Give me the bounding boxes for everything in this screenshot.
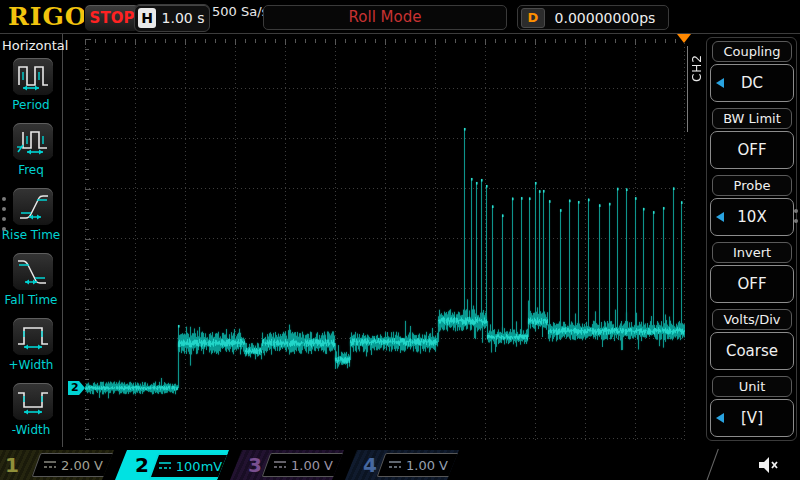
left-page-dot bbox=[2, 197, 6, 201]
horizontal-measure-menu: Horizontal Period bbox=[0, 34, 62, 447]
plus-width-label: +Width bbox=[0, 358, 62, 372]
channel1-scale: 2.00 V bbox=[61, 458, 103, 473]
chann4-scale-box: 1.00 V bbox=[377, 453, 460, 477]
channel2-scale: 100mV bbox=[176, 459, 222, 474]
left-page-dot bbox=[2, 217, 6, 221]
trigger-position-marker[interactable] bbox=[677, 34, 691, 43]
dc-coupling-icon bbox=[388, 460, 402, 470]
probe-label: Probe bbox=[712, 175, 792, 196]
h-badge: H bbox=[138, 8, 156, 28]
probe-value[interactable]: 10X bbox=[710, 198, 794, 236]
run-state-indicator[interactable]: STOP bbox=[84, 4, 140, 32]
horizontal-timebase-box[interactable]: H 1.00 s bbox=[134, 4, 210, 32]
menu-item-invert[interactable]: Invert OFF bbox=[707, 239, 796, 306]
channel-tab-label: CH2 bbox=[690, 54, 704, 82]
menu-item-volts-div[interactable]: Volts/Div Coarse bbox=[707, 306, 796, 373]
left-page-dot bbox=[2, 207, 6, 211]
dc-coupling-icon bbox=[273, 460, 287, 470]
bw-limit-label: BW Limit bbox=[712, 108, 792, 129]
volts-div-label: Volts/Div bbox=[712, 309, 792, 330]
invert-label: Invert bbox=[712, 242, 792, 263]
left-arrow-icon bbox=[716, 78, 724, 88]
menu-item-freq[interactable]: Freq bbox=[0, 123, 62, 183]
freq-button[interactable] bbox=[13, 123, 53, 160]
menu-item-plus-width[interactable]: +Width bbox=[0, 318, 62, 378]
channel1-number: 1 bbox=[5, 451, 19, 479]
rise-time-button[interactable] bbox=[13, 188, 53, 225]
menu-item-rise-time[interactable]: Rise Time bbox=[0, 188, 62, 248]
channel2-number: 2 bbox=[135, 451, 149, 479]
channel3-number: 3 bbox=[248, 451, 262, 479]
invert-value[interactable]: OFF bbox=[710, 265, 794, 303]
timebase-value: 1.00 s bbox=[159, 5, 207, 31]
unit-label: Unit bbox=[712, 376, 792, 397]
channel3-scale-box: 1.00 V bbox=[262, 453, 345, 477]
acquisition-mode-box: Roll Mode bbox=[263, 5, 507, 30]
channel2-level-marker[interactable]: 2 bbox=[68, 381, 85, 395]
menu-item-coupling[interactable]: Coupling DC bbox=[707, 38, 796, 105]
bottombar-divider bbox=[706, 449, 719, 480]
channel2-scale-box: 100mV bbox=[148, 453, 231, 479]
left-arrow-icon bbox=[716, 212, 724, 222]
channel2-block[interactable]: 2 100mV bbox=[115, 450, 229, 480]
rise-time-label: Rise Time bbox=[0, 228, 62, 242]
fall-time-button[interactable] bbox=[13, 253, 53, 290]
channel1-scale-box: 2.00 V bbox=[32, 453, 115, 477]
speaker-muted-icon bbox=[756, 453, 780, 480]
channel4-number: 4 bbox=[363, 451, 377, 479]
oscilloscope-screen: RIGOL STOP H 1.00 s 500 Sa/s Roll Mode D… bbox=[0, 0, 800, 480]
freq-label: Freq bbox=[0, 163, 62, 177]
dc-coupling-icon bbox=[43, 460, 57, 470]
channel1-block[interactable]: 1 2.00 V bbox=[0, 450, 114, 480]
channel4-scale: 1.00 V bbox=[406, 458, 448, 473]
menu-item-minus-width[interactable]: -Width bbox=[0, 383, 62, 443]
waveform-display[interactable] bbox=[85, 39, 685, 441]
period-label: Period bbox=[0, 98, 62, 112]
plus-width-button[interactable] bbox=[13, 318, 53, 355]
sample-rate-label: 500 Sa/s bbox=[212, 4, 268, 19]
channel3-scale: 1.00 V bbox=[291, 458, 333, 473]
delay-value: 0.00000000ps bbox=[546, 6, 664, 29]
delay-box[interactable]: D 0.00000000ps bbox=[517, 5, 669, 30]
menu-item-unit[interactable]: Unit [V] bbox=[707, 373, 796, 440]
menu-item-bw-limit[interactable]: BW Limit OFF bbox=[707, 105, 796, 172]
channel-tab: CH2 bbox=[687, 46, 707, 132]
right-page-dot bbox=[794, 209, 798, 213]
channel3-block[interactable]: 3 1.00 V bbox=[230, 450, 344, 480]
bw-limit-value[interactable]: OFF bbox=[710, 131, 794, 169]
minus-width-label: -Width bbox=[0, 423, 62, 437]
left-menu-border bbox=[62, 34, 63, 447]
fall-time-label: Fall Time bbox=[0, 293, 62, 307]
volts-div-value[interactable]: Coarse bbox=[710, 332, 794, 370]
menu-item-fall-time[interactable]: Fall Time bbox=[0, 253, 62, 313]
coupling-label: Coupling bbox=[712, 41, 792, 62]
left-menu-title: Horizontal bbox=[2, 38, 68, 53]
period-button[interactable] bbox=[13, 58, 53, 95]
top-status-bar: RIGOL STOP H 1.00 s 500 Sa/s Roll Mode D… bbox=[0, 0, 800, 33]
right-page-dot bbox=[794, 219, 798, 223]
dc-coupling-icon bbox=[158, 461, 172, 471]
minus-width-button[interactable] bbox=[13, 383, 53, 420]
coupling-value[interactable]: DC bbox=[710, 64, 794, 102]
menu-item-period[interactable]: Period bbox=[0, 58, 62, 118]
delay-badge: D bbox=[521, 8, 545, 28]
left-arrow-icon bbox=[716, 413, 724, 423]
left-page-dot bbox=[2, 227, 6, 231]
channel2-settings-menu: Coupling DC BW Limit OFF Probe 10X Inver… bbox=[706, 37, 797, 441]
channel-status-bar: 1 2.00 V 2 100mV bbox=[0, 450, 800, 480]
channel4-block[interactable]: 4 1.00 V bbox=[345, 450, 459, 480]
unit-value[interactable]: [V] bbox=[710, 399, 794, 437]
menu-item-probe[interactable]: Probe 10X bbox=[707, 172, 796, 239]
